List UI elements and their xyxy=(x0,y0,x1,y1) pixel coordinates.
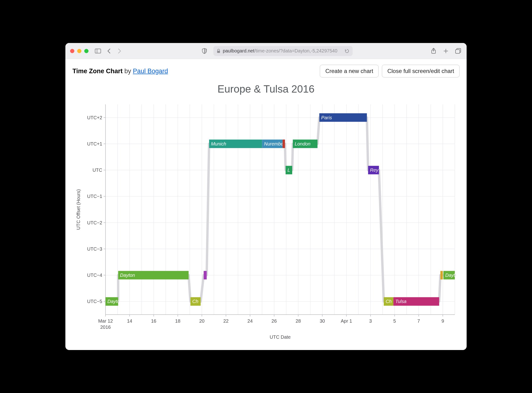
chart-bar-label: Paris xyxy=(321,115,332,120)
share-icon[interactable] xyxy=(430,48,437,54)
page-actions: Create a new chart Close full screen/edi… xyxy=(320,65,459,78)
svg-text:UTC−4: UTC−4 xyxy=(87,273,102,278)
chart-bar[interactable] xyxy=(283,140,285,148)
new-chart-button[interactable]: Create a new chart xyxy=(320,65,379,78)
svg-text:18: 18 xyxy=(175,318,180,324)
svg-text:22: 22 xyxy=(223,318,228,324)
svg-text:9: 9 xyxy=(441,318,444,324)
chart-bar-label: Dayto xyxy=(445,273,458,278)
maximize-window-icon[interactable] xyxy=(84,49,88,53)
svg-text:24: 24 xyxy=(247,318,252,324)
chart-bar-label: Dayto xyxy=(107,299,120,304)
tabs-icon[interactable] xyxy=(454,48,462,54)
chart-bar-label: Munich xyxy=(211,141,226,147)
back-icon[interactable] xyxy=(105,48,113,54)
page-title: Time Zone Chart by Paul Bogard xyxy=(73,68,168,75)
author-link[interactable]: Paul Bogard xyxy=(133,68,168,75)
svg-text:28: 28 xyxy=(295,318,301,324)
new-tab-icon[interactable] xyxy=(442,48,450,54)
chart-bar-label: Ch xyxy=(192,299,198,304)
svg-text:5: 5 xyxy=(393,318,396,324)
svg-text:Mar 12: Mar 12 xyxy=(98,318,113,324)
browser-chrome: paulbogard.net/time-zones/?data=Dayton,-… xyxy=(65,43,467,59)
page-content: Time Zone Chart by Paul Bogard Create a … xyxy=(65,59,467,350)
window-controls xyxy=(70,49,88,53)
timezone-chart[interactable]: UTC+2UTC+1UTCUTC−1UTC−2UTC−3UTC−4UTC−5UT… xyxy=(73,97,459,345)
url-text: paulbogard.net/time-zones/?data=Dayton,-… xyxy=(223,48,342,54)
svg-text:16: 16 xyxy=(151,318,156,324)
chart-bar[interactable] xyxy=(440,271,443,279)
chrome-right-actions xyxy=(430,48,462,54)
svg-text:UTC+2: UTC+2 xyxy=(87,115,102,120)
chart-bar-label: Dayton xyxy=(120,273,135,278)
browser-window: paulbogard.net/time-zones/?data=Dayton,-… xyxy=(65,43,467,350)
svg-text:UTC−1: UTC−1 xyxy=(87,194,102,199)
close-fullscreen-button[interactable]: Close full screen/edit chart xyxy=(382,65,459,78)
svg-text:UTC−2: UTC−2 xyxy=(87,220,102,225)
chart-bar-label: L xyxy=(287,167,290,173)
svg-text:UTC−5: UTC−5 xyxy=(87,299,102,304)
close-window-icon[interactable] xyxy=(70,49,74,53)
svg-rect-2 xyxy=(217,51,220,53)
svg-text:UTC Date: UTC Date xyxy=(270,334,291,340)
svg-text:UTC−3: UTC−3 xyxy=(87,246,102,251)
svg-text:7: 7 xyxy=(417,318,420,324)
chart-bar-label: Rey xyxy=(370,167,379,173)
svg-text:30: 30 xyxy=(319,318,325,324)
svg-text:14: 14 xyxy=(127,318,132,324)
svg-text:3: 3 xyxy=(369,318,372,324)
svg-text:UTC+1: UTC+1 xyxy=(87,141,102,147)
minimize-window-icon[interactable] xyxy=(77,49,82,53)
chart-bar-label: Tulsa xyxy=(395,299,406,304)
svg-rect-0 xyxy=(95,49,101,53)
svg-text:2016: 2016 xyxy=(100,324,111,330)
forward-icon[interactable] xyxy=(116,48,123,54)
svg-text:UTC: UTC xyxy=(92,167,102,173)
lock-icon xyxy=(217,49,220,53)
svg-text:UTC Offset (Hours): UTC Offset (Hours) xyxy=(76,189,81,230)
chart-title: Europe & Tulsa 2016 xyxy=(73,83,459,95)
sidebar-toggle-icon[interactable] xyxy=(94,48,102,54)
page-header: Time Zone Chart by Paul Bogard Create a … xyxy=(73,65,459,78)
chart-bar-label: Nurembe xyxy=(264,141,283,147)
chart-bar-label: Ch xyxy=(386,299,392,304)
address-bar[interactable]: paulbogard.net/time-zones/?data=Dayton,-… xyxy=(213,46,353,56)
svg-rect-7 xyxy=(455,49,460,53)
chart-bar[interactable] xyxy=(204,271,207,279)
chart-bar-label: London xyxy=(295,141,311,147)
chart-container: Europe & Tulsa 2016 UTC+2UTC+1UTCUTC−1UT… xyxy=(73,78,459,345)
reload-icon[interactable] xyxy=(345,49,349,53)
svg-text:20: 20 xyxy=(199,318,204,324)
svg-text:26: 26 xyxy=(271,318,277,324)
shield-icon[interactable] xyxy=(201,48,208,54)
svg-text:Apr 1: Apr 1 xyxy=(341,318,352,324)
